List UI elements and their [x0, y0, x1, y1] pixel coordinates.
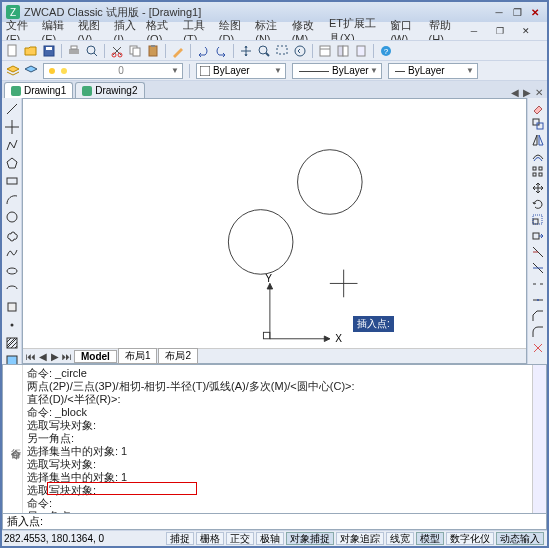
- point-button[interactable]: [4, 317, 20, 333]
- designcenter-button[interactable]: [335, 43, 351, 59]
- zoom-prev-button[interactable]: [292, 43, 308, 59]
- copy-button[interactable]: [127, 43, 143, 59]
- color-swatch-icon: [200, 66, 210, 76]
- svg-point-18: [295, 46, 305, 56]
- rectangle-button[interactable]: [4, 173, 20, 189]
- lineweight-toggle[interactable]: 线宽: [386, 532, 414, 545]
- save-button[interactable]: [41, 43, 57, 59]
- join-button[interactable]: [530, 292, 546, 308]
- zoom-realtime-button[interactable]: [256, 43, 272, 59]
- trim-button[interactable]: [530, 244, 546, 260]
- break-button[interactable]: [530, 276, 546, 292]
- offset-button[interactable]: [530, 148, 546, 164]
- svg-point-46: [228, 210, 293, 275]
- line-button[interactable]: [4, 101, 20, 117]
- explode-button[interactable]: [530, 340, 546, 356]
- color-combo[interactable]: ByLayer ▼: [196, 63, 286, 79]
- minimize-button[interactable]: ─: [491, 5, 507, 19]
- block-button[interactable]: [4, 299, 20, 315]
- command-input[interactable]: 插入点:: [2, 514, 547, 530]
- ortho-toggle[interactable]: 正交: [226, 532, 254, 545]
- xline-button[interactable]: [4, 119, 20, 135]
- matchprop-button[interactable]: [170, 43, 186, 59]
- layer-manager-button[interactable]: [5, 63, 21, 79]
- chamfer-button[interactable]: [530, 308, 546, 324]
- circle-button[interactable]: [4, 209, 20, 225]
- help-button[interactable]: ?: [378, 43, 394, 59]
- snap-toggle[interactable]: 捕捉: [166, 532, 194, 545]
- dyn-toggle[interactable]: 动态输入: [496, 532, 544, 545]
- copyobj-button[interactable]: [530, 116, 546, 132]
- extend-button[interactable]: [530, 260, 546, 276]
- linetype-combo[interactable]: ——— ByLayer ▼: [292, 63, 382, 79]
- maximize-button[interactable]: ❐: [509, 5, 525, 19]
- ellipse-button[interactable]: [4, 263, 20, 279]
- tab-close-button[interactable]: ✕: [535, 87, 543, 98]
- tab-layout2[interactable]: 布局2: [158, 348, 198, 364]
- svg-rect-23: [357, 46, 365, 56]
- arc-button[interactable]: [4, 191, 20, 207]
- tab-prev-button[interactable]: ◀: [511, 87, 519, 98]
- canvas[interactable]: X Y 插入点:: [23, 99, 526, 348]
- command-history: 命令行 命令: _circle 两点(2P)/三点(3P)/相切-相切-半径(T…: [2, 364, 547, 514]
- preview-button[interactable]: [84, 43, 100, 59]
- layer-combo[interactable]: 0 ▼: [43, 63, 183, 79]
- osnap-toggle[interactable]: 对象捕捉: [286, 532, 334, 545]
- command-scrollbar[interactable]: [532, 365, 546, 513]
- toolpalettes-button[interactable]: [353, 43, 369, 59]
- hatch-button[interactable]: [4, 335, 20, 351]
- new-button[interactable]: [5, 43, 21, 59]
- tab-drawing1[interactable]: Drawing1: [4, 82, 73, 98]
- print-button[interactable]: [66, 43, 82, 59]
- polar-toggle[interactable]: 极轴: [256, 532, 284, 545]
- coordinates[interactable]: 282.4553, 180.1364, 0: [4, 533, 124, 544]
- array-button[interactable]: [530, 164, 546, 180]
- spline-button[interactable]: [4, 245, 20, 261]
- rotate-button[interactable]: [530, 196, 546, 212]
- document-tabs: Drawing1 Drawing2 ◀ ▶ ✕: [2, 80, 547, 98]
- stretch-button[interactable]: [530, 228, 546, 244]
- insert-point-tooltip: 插入点:: [353, 316, 394, 332]
- open-button[interactable]: [23, 43, 39, 59]
- redo-button[interactable]: [213, 43, 229, 59]
- move-button[interactable]: [530, 180, 546, 196]
- zoom-window-button[interactable]: [274, 43, 290, 59]
- otrack-toggle[interactable]: 对象追踪: [336, 532, 384, 545]
- properties-button[interactable]: [317, 43, 333, 59]
- ellipsearc-button[interactable]: [4, 281, 20, 297]
- lineweight-combo[interactable]: — ByLayer ▼: [388, 63, 478, 79]
- undo-button[interactable]: [195, 43, 211, 59]
- svg-rect-19: [320, 46, 330, 56]
- mdi-close-button[interactable]: ✕: [519, 25, 533, 37]
- paste-button[interactable]: [145, 43, 161, 59]
- cut-button[interactable]: [109, 43, 125, 59]
- pan-button[interactable]: [238, 43, 254, 59]
- polyline-button[interactable]: [4, 137, 20, 153]
- model-toggle[interactable]: 模型: [416, 532, 444, 545]
- scale-button[interactable]: [530, 212, 546, 228]
- polygon-button[interactable]: [4, 155, 20, 171]
- mdi-minimize-button[interactable]: ─: [467, 25, 481, 37]
- fillet-button[interactable]: [530, 324, 546, 340]
- svg-rect-60: [533, 233, 539, 239]
- highlight-box: [47, 482, 197, 495]
- command-text[interactable]: 命令: _circle 两点(2P)/三点(3P)/相切-相切-半径(T)/弧线…: [23, 365, 532, 513]
- layer-states-button[interactable]: [23, 63, 39, 79]
- mirror-button[interactable]: [530, 132, 546, 148]
- tab-prev-button[interactable]: ◀: [37, 351, 49, 362]
- grid-toggle[interactable]: 栅格: [196, 532, 224, 545]
- tab-next-button[interactable]: ▶: [523, 87, 531, 98]
- svg-point-34: [7, 268, 17, 274]
- close-button[interactable]: ✕: [527, 5, 543, 19]
- tab-layout1[interactable]: 布局1: [118, 348, 158, 364]
- tab-model[interactable]: Model: [74, 350, 117, 363]
- tab-first-button[interactable]: ⏮: [25, 351, 37, 362]
- tab-last-button[interactable]: ⏭: [61, 351, 73, 362]
- tab-drawing2[interactable]: Drawing2: [75, 82, 144, 98]
- erase-button[interactable]: [530, 100, 546, 116]
- mdi-restore-button[interactable]: ❐: [493, 25, 507, 37]
- tab-next-button[interactable]: ▶: [49, 351, 61, 362]
- menubar: 文件(F) 编辑(E) 视图(V) 插入(I) 格式(O) 工具(T) 绘图(D…: [2, 22, 547, 40]
- revcloud-button[interactable]: [4, 227, 20, 243]
- digitizer-toggle[interactable]: 数字化仪: [446, 532, 494, 545]
